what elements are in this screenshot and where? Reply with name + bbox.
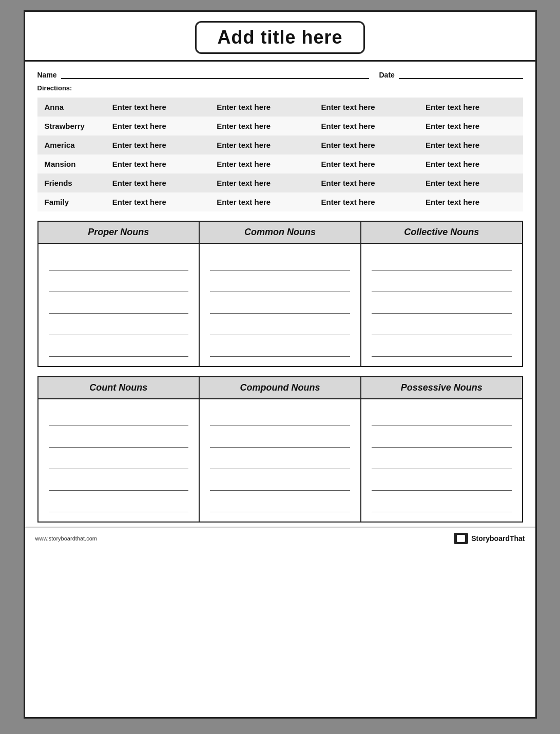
write-line[interactable] <box>49 428 189 448</box>
name-date-row: Name Date <box>25 62 535 81</box>
category-column: Compound Nouns <box>200 377 361 521</box>
write-line[interactable] <box>49 471 189 491</box>
entry-cell[interactable]: Enter text here <box>209 98 314 117</box>
write-line[interactable] <box>210 471 350 491</box>
write-line[interactable] <box>210 450 350 469</box>
top-categories-section: Proper NounsCommon NounsCollective Nouns <box>37 221 523 367</box>
entry-cell[interactable]: Enter text here <box>314 117 418 136</box>
entry-cell[interactable]: Enter text here <box>314 98 418 117</box>
title-box[interactable]: Add title here <box>195 21 364 54</box>
write-line[interactable] <box>49 337 189 357</box>
entry-cell[interactable]: Enter text here <box>418 154 523 173</box>
write-line[interactable] <box>372 428 512 448</box>
write-line[interactable] <box>372 316 512 335</box>
entry-cell[interactable]: Enter text here <box>105 154 209 173</box>
category-lines <box>38 244 199 366</box>
word-cell: Strawberry <box>37 117 105 136</box>
entry-cell[interactable]: Enter text here <box>209 117 314 136</box>
entry-cell[interactable]: Enter text here <box>418 173 523 192</box>
entry-cell[interactable]: Enter text here <box>209 173 314 192</box>
write-line[interactable] <box>49 251 189 271</box>
write-line[interactable] <box>372 337 512 357</box>
directions-row: Directions: <box>25 81 535 98</box>
entry-cell[interactable]: Enter text here <box>209 192 314 211</box>
entry-cell[interactable]: Enter text here <box>105 173 209 192</box>
entry-cell[interactable]: Enter text here <box>209 136 314 154</box>
write-line[interactable] <box>210 337 350 357</box>
write-line[interactable] <box>49 450 189 469</box>
category-column: Collective Nouns <box>361 222 522 366</box>
entry-cell[interactable]: Enter text here <box>105 117 209 136</box>
worksheet-page: Add title here Name Date Directions: Ann… <box>24 10 537 719</box>
write-line[interactable] <box>210 493 350 512</box>
entry-cell[interactable]: Enter text here <box>418 117 523 136</box>
write-line[interactable] <box>210 407 350 426</box>
name-input-line[interactable] <box>61 69 369 79</box>
entry-cell[interactable]: Enter text here <box>314 173 418 192</box>
entry-cell[interactable]: Enter text here <box>314 136 418 154</box>
category-lines <box>361 399 522 521</box>
write-line[interactable] <box>372 471 512 491</box>
brand-logo: StoryboardThat <box>454 533 525 544</box>
date-field: Date <box>379 69 523 79</box>
write-line[interactable] <box>210 428 350 448</box>
brand-icon-inner <box>457 535 465 542</box>
write-line[interactable] <box>372 273 512 292</box>
write-line[interactable] <box>49 273 189 292</box>
entry-cell[interactable]: Enter text here <box>314 154 418 173</box>
entry-cell[interactable]: Enter text here <box>418 192 523 211</box>
category-lines <box>38 399 199 521</box>
entry-cell[interactable]: Enter text here <box>314 192 418 211</box>
write-line[interactable] <box>49 316 189 335</box>
entry-cell[interactable]: Enter text here <box>418 136 523 154</box>
category-header: Compound Nouns <box>200 377 360 399</box>
name-field: Name <box>37 69 369 79</box>
brand-name: StoryboardThat <box>471 534 525 543</box>
category-lines <box>361 244 522 366</box>
category-header: Collective Nouns <box>361 222 522 244</box>
write-line[interactable] <box>372 407 512 426</box>
write-line[interactable] <box>210 251 350 271</box>
table-row: StrawberryEnter text hereEnter text here… <box>37 117 523 136</box>
word-cell: Friends <box>37 173 105 192</box>
write-line[interactable] <box>49 407 189 426</box>
word-cell: Family <box>37 192 105 211</box>
write-line[interactable] <box>372 450 512 469</box>
entry-cell[interactable]: Enter text here <box>105 136 209 154</box>
word-cell: Mansion <box>37 154 105 173</box>
category-lines <box>200 244 360 366</box>
write-line[interactable] <box>49 493 189 512</box>
table-row: FriendsEnter text hereEnter text hereEnt… <box>37 173 523 192</box>
word-table-section: AnnaEnter text hereEnter text hereEnter … <box>25 98 535 211</box>
category-column: Possessive Nouns <box>361 377 522 521</box>
write-line[interactable] <box>372 493 512 512</box>
table-row: AnnaEnter text hereEnter text hereEnter … <box>37 98 523 117</box>
category-header: Count Nouns <box>38 377 199 399</box>
word-cell: America <box>37 136 105 154</box>
category-column: Proper Nouns <box>38 222 200 366</box>
date-input-line[interactable] <box>399 69 523 79</box>
table-row: MansionEnter text hereEnter text hereEnt… <box>37 154 523 173</box>
title-area: Add title here <box>25 12 535 62</box>
table-row: AmericaEnter text hereEnter text hereEnt… <box>37 136 523 154</box>
bottom-categories-section: Count NounsCompound NounsPossessive Noun… <box>37 376 523 523</box>
entry-cell[interactable]: Enter text here <box>105 192 209 211</box>
entry-cell[interactable]: Enter text here <box>209 154 314 173</box>
write-line[interactable] <box>210 273 350 292</box>
bottom-categories-row: Count NounsCompound NounsPossessive Noun… <box>38 377 522 521</box>
directions-label: Directions: <box>37 84 72 92</box>
brand-icon <box>454 533 468 544</box>
footer-url: www.storyboardthat.com <box>35 535 97 542</box>
footer: www.storyboardthat.com StoryboardThat <box>25 527 535 549</box>
write-line[interactable] <box>372 251 512 271</box>
entry-cell[interactable]: Enter text here <box>105 98 209 117</box>
category-header: Proper Nouns <box>38 222 199 244</box>
category-column: Count Nouns <box>38 377 200 521</box>
entry-cell[interactable]: Enter text here <box>418 98 523 117</box>
word-table: AnnaEnter text hereEnter text hereEnter … <box>37 98 523 211</box>
date-label: Date <box>379 71 395 79</box>
write-line[interactable] <box>372 294 512 314</box>
write-line[interactable] <box>49 294 189 314</box>
write-line[interactable] <box>210 294 350 314</box>
write-line[interactable] <box>210 316 350 335</box>
